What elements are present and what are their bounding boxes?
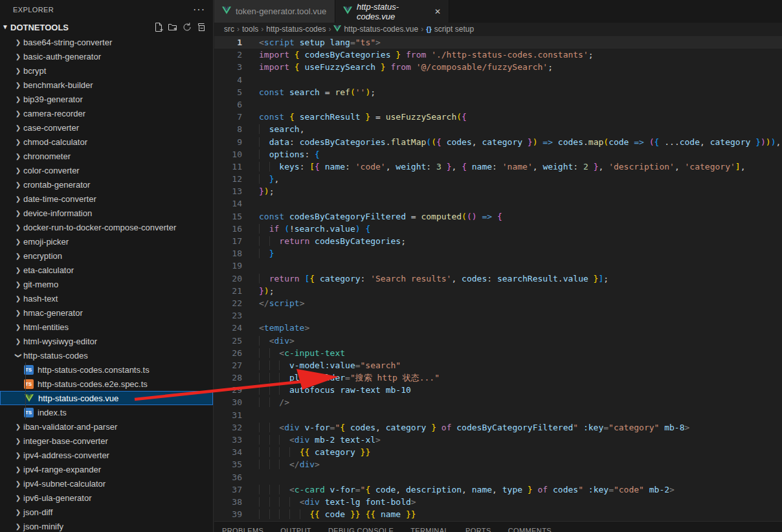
line-number[interactable]: 36 [214,471,242,483]
tree-item-http-status-codes.e2e.spec.ts[interactable]: TShttp-status-codes.e2e.spec.ts [0,377,213,391]
code-line-2[interactable]: 2import { codesByCategories } from './ht… [214,49,782,61]
line-number[interactable]: 25 [214,335,242,347]
code-line-27[interactable]: 27 v-model:value="search" [214,359,782,371]
code-line-28[interactable]: 28 placeholder="搜索 http 状态..." [214,371,782,384]
tree-item-emoji-picker[interactable]: ❯emoji-picker [0,234,213,249]
line-number[interactable]: 5 [214,86,242,98]
line-number[interactable]: 31 [214,409,242,421]
tree-item-json-minify[interactable]: ❯json-minify [0,519,213,532]
close-icon[interactable]: ✕ [434,7,441,16]
code-line-39[interactable]: 39 {{ code }} {{ name }} [214,508,782,520]
tree-item-basic-auth-generator[interactable]: ❯basic-auth-generator [0,49,213,63]
tree-item-http-status-codes.vue[interactable]: http-status-codes.vue [0,391,213,405]
tree-item-chmod-calculator[interactable]: ❯chmod-calculator [0,135,213,149]
code-line-9[interactable]: 9 data: codesByCategories.flatMap(({ cod… [214,136,782,148]
line-number[interactable]: 18 [214,247,242,260]
code-line-30[interactable]: 30 /> [214,396,782,408]
tree-item-crontab-generator[interactable]: ❯crontab-generator [0,177,213,192]
tree-item-integer-base-converter[interactable]: ❯integer-base-converter [0,434,213,448]
line-number[interactable]: 33 [214,434,242,446]
tree-item-eta-calculator[interactable]: ❯eta-calculator [0,263,213,277]
line-number[interactable]: 32 [214,421,242,434]
code-line-11[interactable]: 11 keys: [{ name: 'code', weight: 3 }, {… [214,161,782,173]
tree-item-device-information[interactable]: ❯device-information [0,206,213,220]
line-number[interactable]: 35 [214,458,242,471]
code-line-19[interactable]: 19 [214,260,782,272]
line-number[interactable]: 29 [214,384,242,396]
line-number[interactable]: 3 [214,61,242,73]
code-line-21[interactable]: 21}); [214,285,782,297]
tree-item-html-entities[interactable]: ❯html-entities [0,320,213,334]
line-number[interactable]: 38 [214,496,242,508]
panel-tab-ports[interactable]: PORTS [465,527,491,532]
tree-item-json-diff[interactable]: ❯json-diff [0,505,213,519]
line-number[interactable]: 10 [214,148,242,161]
line-number[interactable]: 30 [214,396,242,408]
breadcrumb-item-folder[interactable]: http-status-codes [266,25,326,34]
line-number[interactable]: 2 [214,49,242,61]
line-number[interactable]: 1 [214,36,242,49]
code-line-16[interactable]: 16 if (!search.value) { [214,223,782,235]
collapse-all-icon[interactable] [196,22,207,32]
code-line-14[interactable]: 14 [214,197,782,210]
tree-item-ipv4-range-expander[interactable]: ❯ipv4-range-expander [0,462,213,476]
tree-item-hash-text[interactable]: ❯hash-text [0,291,213,305]
tree-item-benchmark-builder[interactable]: ❯benchmark-builder [0,78,213,92]
line-number[interactable]: 12 [214,173,242,185]
tree-item-html-wysiwyg-editor[interactable]: ❯html-wysiwyg-editor [0,334,213,348]
code-line-26[interactable]: 26 <c-input-text [214,347,782,359]
code-line-23[interactable]: 23 [214,309,782,322]
tab-token-generator[interactable]: token-generator.tool.vue [214,0,335,23]
line-number[interactable]: 8 [214,123,242,135]
code-line-5[interactable]: 5const search = ref(''); [214,86,782,98]
tree-item-chronometer[interactable]: ❯chronometer [0,149,213,163]
code-line-4[interactable]: 4 [214,74,782,86]
code-line-10[interactable]: 10 options: { [214,148,782,161]
tree-item-camera-recorder[interactable]: ❯camera-recorder [0,106,213,120]
code-line-36[interactable]: 36 [214,471,782,483]
line-number[interactable]: 23 [214,309,242,322]
line-number[interactable]: 26 [214,347,242,359]
code-line-24[interactable]: 24<template> [214,322,782,334]
panel-tab-problems[interactable]: PROBLEMS [222,527,263,532]
line-number[interactable]: 37 [214,483,242,496]
code-line-18[interactable]: 18 } [214,247,782,260]
tree-item-http-status-codes[interactable]: ❯http-status-codes [0,348,213,362]
tree-item-encryption[interactable]: ❯encryption [0,249,213,263]
code-line-12[interactable]: 12 }, [214,173,782,185]
line-number[interactable]: 24 [214,322,242,334]
more-actions-icon[interactable]: ··· [193,4,205,16]
line-number[interactable]: 34 [214,446,242,458]
code-line-34[interactable]: 34 {{ category }} [214,446,782,458]
tree-item-iban-validator-and-parser[interactable]: ❯iban-validator-and-parser [0,419,213,434]
code-line-7[interactable]: 7const { searchResult } = useFuzzySearch… [214,111,782,123]
line-number[interactable]: 20 [214,272,242,285]
line-number[interactable]: 28 [214,371,242,384]
code-line-6[interactable]: 6 [214,98,782,111]
line-number[interactable]: 7 [214,111,242,123]
code-line-25[interactable]: 25 <div> [214,335,782,347]
code-line-22[interactable]: 22</script> [214,297,782,309]
tree-item-docker-run-to-docker-compose-converter[interactable]: ❯docker-run-to-docker-compose-converter [0,220,213,234]
tree-item-case-converter[interactable]: ❯case-converter [0,120,213,135]
line-number[interactable]: 14 [214,197,242,210]
line-number[interactable]: 9 [214,136,242,148]
panel-tab-comments[interactable]: COMMENTS [508,527,552,532]
refresh-icon[interactable] [182,22,192,32]
tab-http-status-codes[interactable]: http-status-codes.vue ✕ [335,0,449,23]
line-number[interactable]: 13 [214,185,242,197]
code-area[interactable]: 1<script setup lang="ts">2import { codes… [214,36,782,521]
code-line-8[interactable]: 8 search, [214,123,782,135]
code-line-1[interactable]: 1<script setup lang="ts"> [214,36,782,49]
line-number[interactable]: 15 [214,210,242,223]
code-line-29[interactable]: 29 autofocus raw-text mb-10 [214,384,782,396]
new-folder-icon[interactable] [168,22,178,32]
tree-item-git-memo[interactable]: ❯git-memo [0,277,213,291]
tree-item-ipv4-address-converter[interactable]: ❯ipv4-address-converter [0,448,213,462]
line-number[interactable]: 39 [214,508,242,520]
tree-item-index.ts[interactable]: TSindex.ts [0,405,213,419]
code-line-13[interactable]: 13}); [214,185,782,197]
code-line-15[interactable]: 15const codesByCategoryFiltered = comput… [214,210,782,223]
code-line-20[interactable]: 20 return [{ category: 'Search results',… [214,272,782,285]
code-line-38[interactable]: 38 <div text-lg font-bold> [214,496,782,508]
